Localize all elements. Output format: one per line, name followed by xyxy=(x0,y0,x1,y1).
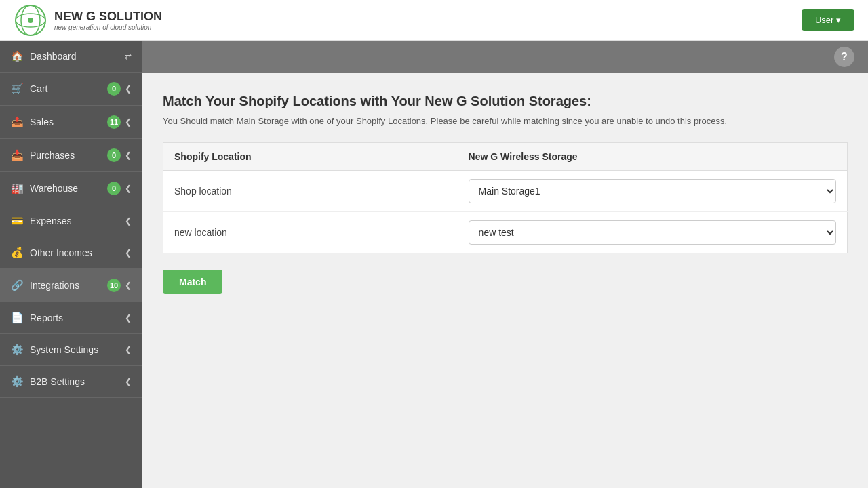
svg-point-3 xyxy=(28,18,33,23)
sales-icon: 📤 xyxy=(11,116,23,128)
storage-select-cell-0: Main Storage1new test xyxy=(458,171,848,212)
sidebar-item-left-expenses: 💳Expenses xyxy=(11,215,71,227)
sidebar-item-integrations[interactable]: 🔗Integrations10❮ xyxy=(0,269,142,302)
sidebar-arrow-expenses: ❮ xyxy=(125,216,132,226)
col-storage: New G Wireless Storage xyxy=(458,143,848,171)
sidebar-item-left-integrations: 🔗Integrations xyxy=(11,279,79,291)
logo-title: NEW G SOLUTION xyxy=(54,9,162,24)
sidebar-arrow-cart: ❮ xyxy=(125,84,132,94)
purchases-icon: 📥 xyxy=(11,149,23,161)
user-button[interactable]: User ▾ xyxy=(802,9,854,30)
logo-subtitle: new generation of cloud solution xyxy=(54,24,162,31)
main-layout: 🏠Dashboard⇄🛒Cart0❮📤Sales11❮📥Purchases0❮🏭… xyxy=(0,41,868,488)
sidebar-item-warehouse[interactable]: 🏭Warehouse0❮ xyxy=(0,172,142,205)
storage-select-0[interactable]: Main Storage1new test xyxy=(469,179,836,203)
b2b-settings-icon: ⚙️ xyxy=(11,375,23,388)
content-area: ? Match Your Shopify Locations with Your… xyxy=(142,41,868,488)
app-header: NEW G SOLUTION new generation of cloud s… xyxy=(0,0,868,41)
sidebar-item-left-sales: 📤Sales xyxy=(11,116,54,128)
sidebar-badge-warehouse: 0 xyxy=(107,182,121,195)
sidebar-label-cart: Cart xyxy=(30,83,47,94)
storage-select-cell-1: Main Storage1new test xyxy=(458,212,848,253)
sidebar-badge-purchases: 0 xyxy=(107,148,121,162)
logo-area: NEW G SOLUTION new generation of cloud s… xyxy=(14,3,162,37)
sidebar-label-purchases: Purchases xyxy=(30,150,75,161)
sidebar-item-left-reports: 📄Reports xyxy=(11,312,63,324)
cart-icon: 🛒 xyxy=(11,83,23,95)
logo-text: NEW G SOLUTION new generation of cloud s… xyxy=(54,9,162,31)
shopify-location-cell-0: Shop location xyxy=(163,171,458,212)
integrations-icon: 🔗 xyxy=(11,279,23,291)
sidebar-item-left-warehouse: 🏭Warehouse xyxy=(11,182,78,195)
system-settings-icon: ⚙️ xyxy=(11,344,23,356)
help-button[interactable]: ? xyxy=(834,47,854,67)
logo-icon xyxy=(14,3,47,37)
sidebar-item-left-cart: 🛒Cart xyxy=(11,83,47,95)
sidebar-item-other-incomes[interactable]: 💰Other Incomes❮ xyxy=(0,237,142,269)
table-row: new locationMain Storage1new test xyxy=(163,212,848,253)
sidebar-badge-cart: 0 xyxy=(107,82,121,96)
sidebar-item-system-settings[interactable]: ⚙️System Settings❮ xyxy=(0,334,142,366)
sidebar-label-integrations: Integrations xyxy=(30,280,79,291)
warehouse-icon: 🏭 xyxy=(11,182,23,195)
col-shopify-location: Shopify Location xyxy=(163,143,458,171)
sidebar-item-left-dashboard: 🏠Dashboard xyxy=(11,50,77,62)
sidebar-item-purchases[interactable]: 📥Purchases0❮ xyxy=(0,139,142,172)
sidebar: 🏠Dashboard⇄🛒Cart0❮📤Sales11❮📥Purchases0❮🏭… xyxy=(0,41,142,488)
table-row: Shop locationMain Storage1new test xyxy=(163,171,848,212)
sidebar-badge-integrations: 10 xyxy=(107,279,121,292)
match-table: Shopify Location New G Wireless Storage … xyxy=(163,142,848,253)
sidebar-item-expenses[interactable]: 💳Expenses❮ xyxy=(0,205,142,237)
sidebar-label-expenses: Expenses xyxy=(30,216,71,226)
storage-select-1[interactable]: Main Storage1new test xyxy=(469,220,836,245)
sidebar-label-b2b-settings: B2B Settings xyxy=(30,376,85,387)
sidebar-arrow-b2b-settings: ❮ xyxy=(125,377,132,386)
sidebar-label-reports: Reports xyxy=(30,312,63,323)
other-incomes-icon: 💰 xyxy=(11,247,23,259)
shopify-location-cell-1: new location xyxy=(163,212,458,253)
sidebar-arrow-warehouse: ❮ xyxy=(125,184,132,193)
sidebar-item-b2b-settings[interactable]: ⚙️B2B Settings❮ xyxy=(0,366,142,398)
sidebar-arrow-system-settings: ❮ xyxy=(125,345,132,354)
sidebar-arrow-dashboard: ⇄ xyxy=(125,52,132,61)
sidebar-item-dashboard[interactable]: 🏠Dashboard⇄ xyxy=(0,41,142,73)
content-body: Match Your Shopify Locations with Your N… xyxy=(142,73,868,488)
sidebar-arrow-other-incomes: ❮ xyxy=(125,248,132,258)
sidebar-badge-sales: 11 xyxy=(107,115,121,129)
sidebar-label-dashboard: Dashboard xyxy=(30,51,77,62)
sidebar-arrow-integrations: ❮ xyxy=(125,281,132,290)
match-button[interactable]: Match xyxy=(163,270,222,294)
content-topbar: ? xyxy=(142,41,868,73)
sidebar-arrow-reports: ❮ xyxy=(125,313,132,323)
sidebar-label-system-settings: System Settings xyxy=(30,344,98,355)
sidebar-item-cart[interactable]: 🛒Cart0❮ xyxy=(0,73,142,106)
dashboard-icon: 🏠 xyxy=(11,50,23,62)
page-subtitle: You Should match Main Storage with one o… xyxy=(163,116,848,126)
sidebar-label-sales: Sales xyxy=(30,117,54,127)
sidebar-item-reports[interactable]: 📄Reports❮ xyxy=(0,302,142,334)
sidebar-arrow-purchases: ❮ xyxy=(125,150,132,160)
sidebar-item-sales[interactable]: 📤Sales11❮ xyxy=(0,106,142,139)
expenses-icon: 💳 xyxy=(11,215,23,227)
sidebar-item-left-b2b-settings: ⚙️B2B Settings xyxy=(11,375,85,388)
page-title: Match Your Shopify Locations with Your N… xyxy=(163,94,848,109)
sidebar-arrow-sales: ❮ xyxy=(125,117,132,127)
reports-icon: 📄 xyxy=(11,312,23,324)
sidebar-item-left-system-settings: ⚙️System Settings xyxy=(11,344,98,356)
sidebar-label-warehouse: Warehouse xyxy=(30,183,78,194)
sidebar-item-left-purchases: 📥Purchases xyxy=(11,149,75,161)
sidebar-label-other-incomes: Other Incomes xyxy=(30,247,92,258)
sidebar-item-left-other-incomes: 💰Other Incomes xyxy=(11,247,92,259)
